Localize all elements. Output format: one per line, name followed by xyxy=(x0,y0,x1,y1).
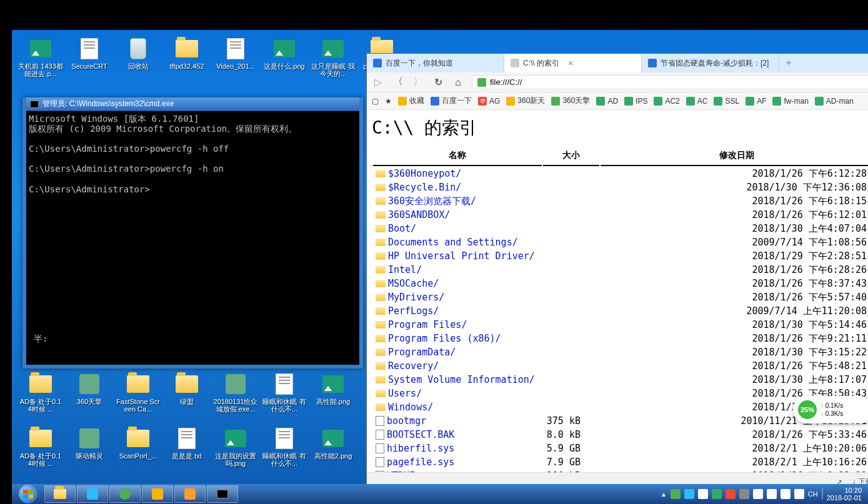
taskbar-app4[interactable] xyxy=(174,485,206,503)
bookmark-item[interactable]: 百度一下 xyxy=(431,96,472,106)
file-name-cell[interactable]: BOOTSECT.BAK xyxy=(373,428,542,440)
desktop-icon[interactable]: tftpd32.452 xyxy=(163,35,211,86)
desktop-icon[interactable]: 360天擎 xyxy=(66,370,113,422)
bookmark-item[interactable]: AC xyxy=(686,97,708,106)
file-size-cell xyxy=(543,373,599,386)
address-bar[interactable]: file:///C:// xyxy=(472,75,868,89)
tray-icon[interactable] xyxy=(712,489,722,499)
desktop-icon[interactable]: SecureCRT xyxy=(66,35,113,86)
bookmark-item[interactable]: SSL xyxy=(714,97,739,106)
tray-icon[interactable] xyxy=(739,489,749,499)
browser-tab[interactable]: C:\\ 的索引× xyxy=(504,54,642,72)
desktop-icon[interactable]: 绿盟 xyxy=(163,370,211,422)
desktop-icon[interactable]: 关机前 1433都能进去.p... xyxy=(17,35,64,86)
tray-expand-icon[interactable]: ▲ xyxy=(661,491,667,498)
taskbar-app1[interactable] xyxy=(77,485,108,503)
bookmark-item[interactable]: 收藏 xyxy=(398,96,424,106)
forward-button[interactable]: 〉 xyxy=(412,76,424,89)
file-name-cell[interactable]: MSOCache/ xyxy=(373,277,542,289)
taskbar-clock[interactable]: 10:20 2018-02-01 xyxy=(827,487,862,502)
bookmark-bar: ▢ ★ 收藏百度一下华AG360新天360天擎ADIPSAC2ACSSLAFfw… xyxy=(367,92,868,110)
tray-action-icon[interactable] xyxy=(794,489,804,499)
file-name-cell[interactable]: Program Files (x86)/ xyxy=(373,332,542,344)
taskbar-app2[interactable] xyxy=(109,485,141,503)
bookmark-item[interactable]: AD xyxy=(596,97,618,106)
file-name-cell[interactable]: Documents and Settings/ xyxy=(373,236,542,248)
tray-icon[interactable] xyxy=(684,489,694,499)
file-name-cell[interactable]: 360SANDBOX/ xyxy=(373,209,542,220)
back-button[interactable]: 〈 xyxy=(392,76,404,89)
desktop-icon[interactable]: AD备 处于0.14时候 ... xyxy=(17,370,64,422)
nav-menu-icon[interactable]: ▷ xyxy=(372,76,384,88)
tray-volume-icon[interactable] xyxy=(781,489,791,499)
file-size-cell xyxy=(543,387,599,400)
tab-close-icon[interactable]: × xyxy=(568,58,573,68)
file-name-cell[interactable]: ProgramData/ xyxy=(373,346,542,358)
tray-network-icon[interactable] xyxy=(767,489,777,499)
file-name-cell[interactable]: System Volume Information/ xyxy=(373,373,542,385)
speed-widget[interactable]: 25% ↑ 0.1K/s ↓ 0.3K/s xyxy=(793,396,868,423)
file-name-cell[interactable]: HP Universal Print Driver/ xyxy=(373,250,542,262)
taskbar-explorer[interactable] xyxy=(44,485,76,503)
file-name-cell[interactable]: Windows/ xyxy=(373,401,542,413)
bookmark-item[interactable]: 360天擎 xyxy=(551,96,590,106)
new-tab-button[interactable]: + xyxy=(779,54,798,72)
desktop-icon[interactable]: AD备 处于0.14时候 ... xyxy=(17,425,64,476)
desktop-icon[interactable]: 睡眠和休眠 有什么不... xyxy=(261,425,308,476)
reload-button[interactable]: ↻ xyxy=(432,76,444,88)
file-name-cell[interactable]: Intel/ xyxy=(373,264,542,275)
bookmark-menu[interactable]: ▢ xyxy=(372,97,379,106)
bookmark-star[interactable]: ★ xyxy=(385,97,392,106)
desktop-icon[interactable]: 高性能2.png xyxy=(309,425,357,476)
tray-ime[interactable]: CH xyxy=(808,490,818,498)
bookmark-item[interactable]: 360新天 xyxy=(506,96,545,106)
taskbar-cmd[interactable] xyxy=(207,485,238,503)
bookmark-item[interactable]: AF xyxy=(746,97,766,106)
file-name-cell[interactable]: bootmgr xyxy=(373,415,542,427)
bookmark-item[interactable]: IPS xyxy=(624,97,647,106)
file-name-cell[interactable]: 360安全浏览器下载/ xyxy=(373,195,542,207)
browser-tab[interactable]: 节省固态硬盘寿命-减少损耗：[2] xyxy=(642,54,779,72)
tray-icon[interactable] xyxy=(698,489,708,499)
bookmark-item[interactable]: fw-man xyxy=(772,97,808,106)
desktop-icon[interactable]: 是是是.txt xyxy=(163,425,211,476)
desktop-icon[interactable]: 回收站 xyxy=(114,35,162,86)
desktop-icon[interactable]: FastStone Screen Ca... xyxy=(114,370,162,422)
bookmark-item[interactable]: 华AG xyxy=(478,97,500,106)
start-button[interactable] xyxy=(14,484,42,504)
app-icon xyxy=(126,36,151,61)
cmd-body[interactable]: Microsoft Windows [版本 6.1.7601] 版权所有 (c)… xyxy=(26,111,359,197)
file-name: System Volume Information/ xyxy=(388,374,535,385)
file-name-cell[interactable]: Users/ xyxy=(373,387,542,399)
desktop-icon[interactable]: 睡眠和休眠 有什么不... xyxy=(261,370,308,422)
bookmark-item[interactable]: AC2 xyxy=(654,97,679,106)
browser-tab[interactable]: 百度一下，你就知道 xyxy=(367,54,504,72)
desktop-icon[interactable]: 高性能.png xyxy=(309,370,357,422)
desktop-icon[interactable]: 20180131给众城放假.exe... xyxy=(212,370,259,422)
desktop-icon[interactable]: 这只是睡眠 我今天的... xyxy=(309,35,357,86)
file-name-cell[interactable]: Boot/ xyxy=(373,222,542,234)
download-icon[interactable]: ↓ 下载 xyxy=(852,477,868,484)
file-name-cell[interactable]: Recovery/ xyxy=(373,360,542,372)
file-name-cell[interactable]: PerfLogs/ xyxy=(373,305,542,317)
cmd-titlebar[interactable]: 管理员: C:\Windows\system32\cmd.exe xyxy=(26,97,359,111)
tray-icon[interactable] xyxy=(726,489,736,499)
file-name-cell[interactable]: hiberfil.sys xyxy=(373,442,542,454)
file-name-cell[interactable]: Program Files/ xyxy=(373,319,542,330)
taskbar-app3[interactable] xyxy=(142,485,173,503)
bookmark-item[interactable]: AD-man xyxy=(815,97,854,106)
home-button[interactable]: ⌂ xyxy=(452,77,464,88)
file-name-cell[interactable]: MyDrivers/ xyxy=(373,291,542,303)
desktop-icon[interactable]: 驱动精灵 xyxy=(66,425,113,476)
status-tool-icon[interactable]: ↗ xyxy=(836,478,842,485)
file-name-cell[interactable]: pagefile.sys xyxy=(373,456,542,468)
desktop-icon[interactable]: Video_201... xyxy=(212,35,259,86)
file-name-cell[interactable]: $360Honeypot/ xyxy=(373,167,542,179)
tray-icon[interactable] xyxy=(671,489,681,499)
cmd-window[interactable]: 管理员: C:\Windows\system32\cmd.exe Microso… xyxy=(22,97,363,368)
desktop-icon[interactable]: 这是我的设置吗.png xyxy=(212,425,259,476)
desktop-icon[interactable]: ScanPort_... xyxy=(114,425,162,476)
file-name-cell[interactable]: $Recycle.Bin/ xyxy=(373,181,542,193)
tray-icon[interactable] xyxy=(753,489,763,499)
desktop-icon[interactable]: 这是什么.png xyxy=(261,35,308,86)
